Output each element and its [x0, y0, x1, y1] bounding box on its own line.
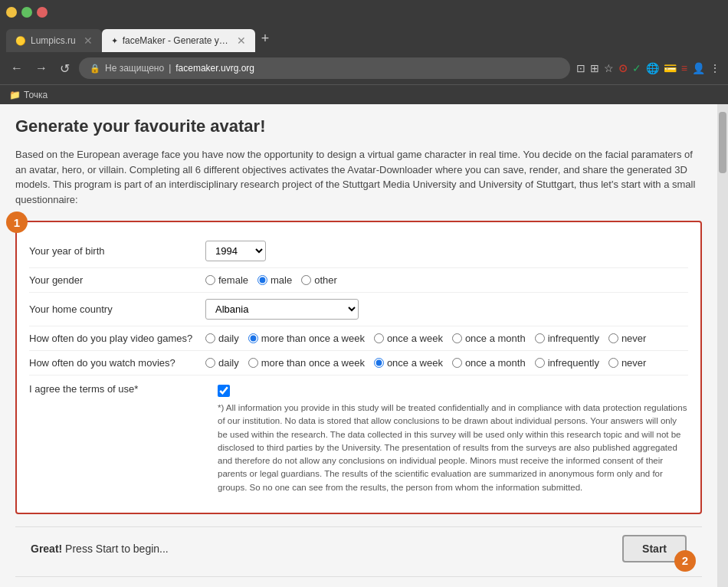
star-icon[interactable]: ☆ — [604, 62, 614, 74]
new-tab-button[interactable]: + — [255, 28, 276, 50]
address-input[interactable]: 🔒 Не защищено | facemaker.uvrg.org — [79, 57, 570, 79]
mv-once-month-option[interactable]: once a month — [452, 357, 526, 369]
vg-once-week-option[interactable]: once a week — [374, 333, 443, 344]
tab-facemaker[interactable]: ✦ faceMaker - Generate your favo… ✕ — [102, 29, 255, 52]
check-icon[interactable]: ✓ — [632, 62, 641, 74]
menu-icon[interactable]: ≡ — [681, 62, 687, 74]
gender-female-option[interactable]: female — [205, 274, 248, 286]
reload-button[interactable]: ↺ — [57, 58, 73, 79]
tab-lumpics[interactable]: 🟡 Lumpics.ru ✕ — [6, 29, 102, 52]
close-button[interactable] — [37, 7, 48, 18]
mv-once-week-option[interactable]: once a week — [374, 357, 443, 369]
cast-icon[interactable]: ⊡ — [576, 62, 585, 74]
more-icon[interactable]: ⋮ — [710, 62, 720, 74]
movies-row: How often do you watch movies? daily mor… — [29, 351, 688, 375]
bottom-text-prefix: Great! — [31, 543, 62, 555]
step1-badge: 1 — [6, 212, 28, 233]
vg-daily-radio[interactable] — [205, 333, 215, 343]
terms-label: I agree the terms of use* — [29, 382, 205, 395]
terms-checkbox-wrapper — [218, 385, 688, 397]
mv-once-month-radio[interactable] — [452, 358, 462, 368]
vg-once-week-radio[interactable] — [374, 333, 384, 343]
gender-other-label: other — [314, 274, 337, 286]
year-label: Your year of birth — [29, 245, 205, 257]
mv-more-week-option[interactable]: more than once a week — [248, 357, 365, 369]
gender-male-option[interactable]: male — [257, 274, 292, 286]
gender-other-option[interactable]: other — [301, 274, 337, 286]
wallet-icon[interactable]: 💳 — [664, 62, 677, 74]
vg-once-month-radio[interactable] — [452, 333, 462, 343]
bookmark-item[interactable]: 📁 Точка — [9, 90, 48, 100]
bookmarks-bar: 📁 Точка — [0, 84, 728, 104]
gender-other-radio[interactable] — [301, 275, 311, 285]
vg-more-week-radio[interactable] — [248, 333, 258, 343]
bottom-bar: Great! Press Start to begin... Start 2 — [15, 526, 702, 570]
vg-never-option[interactable]: never — [608, 333, 647, 344]
vg-daily-option[interactable]: daily — [205, 333, 239, 344]
vg-more-week-label: more than once a week — [261, 333, 365, 344]
browser-icons: ⊡ ⊞ ☆ ⊙ ✓ 🌐 💳 ≡ 👤 ⋮ — [576, 62, 720, 74]
mv-daily-option[interactable]: daily — [205, 357, 239, 369]
mv-infrequently-radio[interactable] — [535, 358, 545, 368]
gender-male-label: male — [271, 274, 292, 286]
tab-lumpics-favicon: 🟡 — [15, 36, 26, 46]
window-controls — [6, 7, 48, 18]
mv-once-week-label: once a week — [387, 357, 443, 369]
tab-bar: 🟡 Lumpics.ru ✕ ✦ faceMaker - Generate yo… — [0, 25, 728, 52]
mv-infrequently-option[interactable]: infrequently — [535, 357, 599, 369]
vg-infrequently-option[interactable]: infrequently — [535, 333, 599, 344]
page-footer: FaceMaker is a 3D application based on W… — [15, 576, 702, 587]
vpn-icon[interactable]: 🌐 — [646, 62, 659, 74]
mv-more-week-radio[interactable] — [248, 358, 258, 368]
country-label: Your home country — [29, 303, 205, 315]
vg-infrequently-label: infrequently — [548, 333, 599, 344]
country-select[interactable]: Albania — [205, 299, 359, 320]
mv-never-radio[interactable] — [608, 358, 618, 368]
vg-once-month-option[interactable]: once a month — [452, 333, 526, 344]
country-controls: Albania — [205, 299, 688, 320]
tab-facemaker-close[interactable]: ✕ — [237, 34, 246, 47]
gender-female-radio[interactable] — [205, 275, 215, 285]
unsecure-label: Не защищено — [105, 63, 164, 74]
tab-facemaker-title: faceMaker - Generate your favo… — [123, 35, 229, 46]
gender-label: Your gender — [29, 274, 205, 286]
maximize-button[interactable] — [21, 7, 32, 18]
mv-never-option[interactable]: never — [608, 357, 647, 369]
address-domain: facemaker.uvrg.org — [175, 63, 254, 74]
start-button-wrapper: Start 2 — [622, 535, 687, 562]
minimize-button[interactable] — [6, 7, 17, 18]
scrollbar[interactable] — [717, 104, 728, 587]
vg-never-radio[interactable] — [608, 333, 618, 343]
tab-lumpics-title: Lumpics.ru — [31, 35, 76, 46]
address-bar: ← → ↺ 🔒 Не защищено | facemaker.uvrg.org… — [0, 52, 728, 84]
screenshot-icon[interactable]: ⊞ — [590, 62, 599, 74]
address-separator: | — [169, 63, 171, 74]
back-button[interactable]: ← — [8, 58, 26, 78]
year-of-birth-row: Your year of birth 1994 — [29, 234, 688, 268]
vg-more-week-option[interactable]: more than once a week — [248, 333, 365, 344]
terms-text: *) All information you provide in this s… — [218, 402, 688, 494]
vg-infrequently-radio[interactable] — [535, 333, 545, 343]
bottom-text: Great! Press Start to begin... — [31, 543, 169, 555]
vg-once-week-label: once a week — [387, 333, 443, 344]
page-content: Generate your favourite avatar! Based on… — [0, 104, 728, 587]
profile-icon[interactable]: 👤 — [692, 62, 705, 74]
page-title: Generate your favourite avatar! — [15, 116, 702, 136]
scrollbar-thumb[interactable] — [719, 112, 726, 173]
mv-once-week-radio[interactable] — [374, 358, 384, 368]
terms-checkbox[interactable] — [218, 385, 230, 397]
terms-content: *) All information you provide in this s… — [218, 382, 688, 494]
gender-controls: female male other — [205, 274, 688, 286]
video-games-row: How often do you play video games? daily… — [29, 326, 688, 351]
forward-button[interactable]: → — [32, 58, 51, 78]
tab-facemaker-favicon: ✦ — [111, 36, 118, 46]
year-select[interactable]: 1994 — [205, 241, 266, 261]
opera-icon[interactable]: ⊙ — [618, 62, 628, 74]
tab-lumpics-close[interactable]: ✕ — [84, 34, 93, 47]
mv-daily-radio[interactable] — [205, 358, 215, 368]
mv-infrequently-label: infrequently — [548, 357, 599, 369]
gender-male-radio[interactable] — [257, 275, 267, 285]
video-games-label: How often do you play video games? — [29, 333, 205, 344]
vg-never-label: never — [621, 333, 647, 344]
movies-label: How often do you watch movies? — [29, 357, 205, 369]
